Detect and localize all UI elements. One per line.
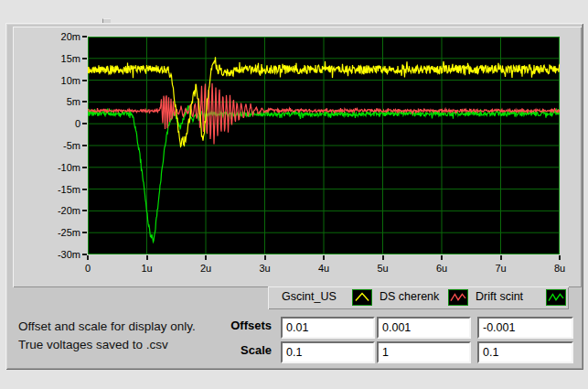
x-tick-label: 6u xyxy=(423,262,460,275)
x-tick-mark xyxy=(264,255,266,260)
plot-area[interactable] xyxy=(88,37,560,254)
y-tick-label: 0 xyxy=(13,117,80,130)
y-tick-mark xyxy=(82,189,87,190)
offset-input-3[interactable] xyxy=(479,319,572,337)
y-tick-label: -15m xyxy=(13,183,80,196)
x-tick-mark xyxy=(500,255,502,260)
offset-field-1[interactable] xyxy=(281,317,375,339)
scale-input-1[interactable] xyxy=(283,343,373,362)
y-tick-mark xyxy=(82,101,87,103)
x-tick-mark xyxy=(146,255,148,260)
scale-field-1[interactable] xyxy=(281,341,375,363)
plot-line-icon xyxy=(356,294,369,301)
y-tick-mark xyxy=(82,232,87,233)
y-tick-mark xyxy=(82,80,87,81)
y-tick-mark xyxy=(82,167,87,168)
y-tick-label: 5m xyxy=(13,95,80,108)
y-tick-label: -10m xyxy=(13,161,80,174)
x-tick-label: 0 xyxy=(69,262,106,275)
info-text-line2: True voltages saved to .csv xyxy=(18,336,265,354)
legend-label-drift-scint: Drift scint xyxy=(476,290,523,303)
x-tick-mark xyxy=(205,255,207,260)
y-tick-label: -20m xyxy=(13,204,80,217)
plot-line-icon xyxy=(451,294,465,300)
x-tick-label: 5u xyxy=(365,262,401,275)
offset-input-2[interactable] xyxy=(379,319,469,337)
x-tick-mark xyxy=(559,255,561,260)
y-tick-mark xyxy=(82,123,87,124)
info-text: Offset and scale for display only. True … xyxy=(18,318,265,354)
legend-label-ds-cherenk: DS cherenk xyxy=(380,290,439,303)
y-tick-label: -5m xyxy=(13,139,80,152)
labview-front-panel: 20m15m10m5m0-5m-10m-15m-20m-25m-30m01u2u… xyxy=(0,0,588,389)
info-text-line1: Offset and scale for display only. xyxy=(18,318,265,336)
plot-svg xyxy=(88,37,560,254)
y-tick-label: 20m xyxy=(13,30,80,43)
offset-field-2[interactable] xyxy=(377,317,471,339)
legend-glyph-drift-scint[interactable] xyxy=(546,289,566,306)
scale-input-3[interactable] xyxy=(479,343,572,362)
x-tick-mark xyxy=(323,255,325,260)
scale-input-2[interactable] xyxy=(379,343,469,362)
y-tick-label: -30m xyxy=(13,248,80,261)
plot-legend: Gscint_US DS cherenk Drift scint xyxy=(268,286,569,309)
x-tick-label: 7u xyxy=(483,262,519,275)
y-tick-mark xyxy=(82,36,87,38)
y-tick-mark xyxy=(82,145,87,146)
x-tick-label: 1u xyxy=(129,262,166,275)
scale-field-2[interactable] xyxy=(377,341,471,363)
offset-input-1[interactable] xyxy=(283,319,373,337)
y-tick-mark xyxy=(82,210,87,211)
x-tick-label: 4u xyxy=(305,262,342,275)
y-tick-label: -25m xyxy=(13,226,80,239)
x-tick-mark xyxy=(441,255,443,260)
plot-line-icon xyxy=(549,294,563,300)
y-tick-label: 15m xyxy=(13,52,80,65)
x-tick-label: 8u xyxy=(541,262,578,275)
legend-glyph-ds-cherenk[interactable] xyxy=(448,289,468,306)
x-tick-label: 3u xyxy=(247,262,283,275)
scale-field-3[interactable] xyxy=(477,341,573,363)
y-tick-label: 10m xyxy=(13,74,80,87)
legend-glyph-gscint-us[interactable] xyxy=(352,289,372,306)
x-tick-mark xyxy=(87,255,89,260)
x-tick-mark xyxy=(382,255,384,260)
waveform-graph-panel: 20m15m10m5m0-5m-10m-15m-20m-25m-30m01u2u… xyxy=(13,27,582,287)
y-tick-mark xyxy=(82,58,87,59)
x-tick-label: 2u xyxy=(187,262,224,275)
offset-field-3[interactable] xyxy=(477,317,573,339)
main-panel: 20m15m10m5m0-5m-10m-15m-20m-25m-30m01u2u… xyxy=(5,23,583,370)
legend-label-gscint-us: Gscint_US xyxy=(282,290,337,303)
